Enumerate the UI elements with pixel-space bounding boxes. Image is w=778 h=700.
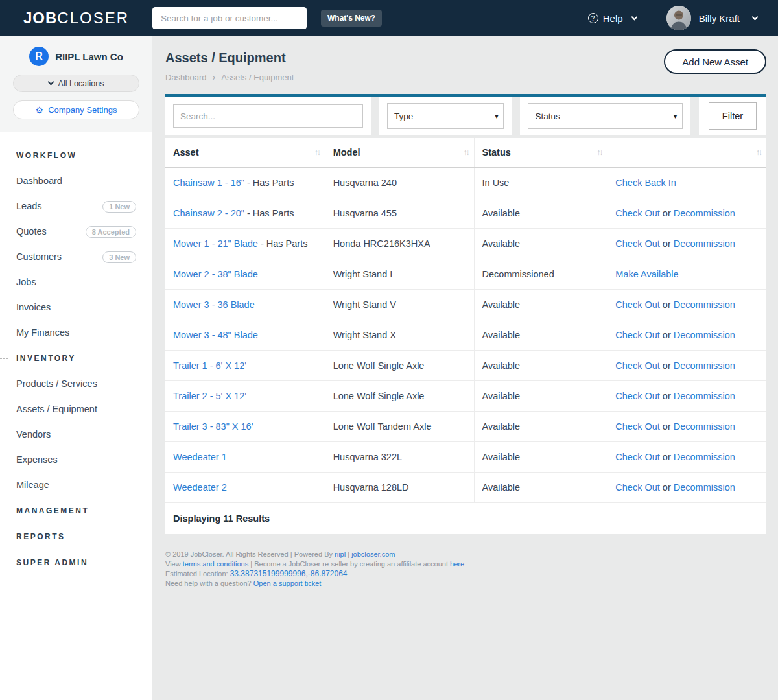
action-secondary-link[interactable]: Decommission	[674, 330, 735, 340]
breadcrumb-dashboard-link[interactable]: Dashboard	[165, 73, 207, 82]
company-logo: R	[29, 47, 49, 66]
action-secondary-link[interactable]: Decommission	[674, 421, 735, 432]
sidebar-item-label: Invoices	[16, 302, 51, 312]
action-primary-link[interactable]: Check Out	[615, 360, 660, 371]
asset-link[interactable]: Mower 2 - 38" Blade	[173, 269, 258, 279]
sidebar-item-invoices[interactable]: Invoices	[0, 295, 152, 320]
action-secondary-link[interactable]: Decommission	[674, 482, 735, 493]
sidebar-item-dashboard[interactable]: Dashboard	[0, 169, 152, 194]
asset-link[interactable]: Weedeater 1	[173, 452, 227, 462]
asset-cell: Weedeater 1	[165, 442, 325, 472]
sidebar-item-label: Expenses	[16, 454, 58, 465]
sidebar-nav: WORKFLOW Dashboard Leads 1 New Quotes 8 …	[0, 132, 152, 576]
table-row: Trailer 2 - 5' X 12' Lone Wolf Single Ax…	[165, 381, 766, 412]
action-primary-link[interactable]: Check Out	[615, 330, 660, 340]
action-primary-link[interactable]: Check Out	[615, 299, 660, 310]
results-count: Displaying 11 Results	[165, 503, 766, 534]
asset-link[interactable]: Weedeater 2	[173, 482, 227, 493]
whats-new-button[interactable]: What's New?	[321, 10, 382, 27]
sort-icon[interactable]: ↑↓	[756, 148, 761, 157]
action-secondary-link[interactable]: Decommission	[674, 239, 735, 249]
status-select[interactable]: Status	[528, 103, 683, 129]
sidebar-item-quotes[interactable]: Quotes 8 Accepted	[0, 219, 152, 244]
sidebar-item-expenses[interactable]: Expenses	[0, 447, 152, 472]
action-secondary-link[interactable]: Decommission	[674, 391, 735, 401]
terms-link[interactable]: terms and conditions	[183, 560, 249, 568]
riipl-link[interactable]: riipl	[335, 550, 346, 558]
sidebar-item-vendors[interactable]: Vendors	[0, 422, 152, 447]
footer-text: | Become a JobCloser re-seller by creati…	[248, 560, 450, 568]
company-header: R RIIPL Lawn Co All Locations ⚙ Company …	[0, 36, 152, 132]
sidebar-item-leads[interactable]: Leads 1 New	[0, 194, 152, 219]
sidebar-item-customers[interactable]: Customers 3 New	[0, 244, 152, 270]
sidebar-item-products-services[interactable]: Products / Services	[0, 371, 152, 397]
filter-button[interactable]: Filter	[709, 102, 757, 130]
logo-text-bold: JOB	[23, 9, 57, 27]
type-select[interactable]: Type	[387, 103, 504, 129]
action-secondary-link[interactable]: Decommission	[674, 452, 735, 462]
action-secondary-link[interactable]: Decommission	[674, 299, 735, 310]
asset-link[interactable]: Mower 3 - 48" Blade	[173, 330, 258, 340]
user-avatar	[666, 6, 691, 30]
asset-link[interactable]: Mower 1 - 21" Blade	[173, 239, 258, 249]
global-search-input[interactable]	[152, 7, 307, 29]
sidebar-item-jobs[interactable]: Jobs	[0, 270, 152, 295]
asset-cell: Weedeater 2	[165, 472, 325, 502]
action-primary-link[interactable]: Check Out	[615, 421, 660, 432]
asset-link[interactable]: Chainsaw 2 - 20"	[173, 208, 244, 218]
jobcloser-link[interactable]: jobcloser.com	[351, 550, 395, 558]
asset-search-input[interactable]	[173, 104, 363, 128]
action-primary-link[interactable]: Check Out	[615, 239, 660, 249]
action-primary-link[interactable]: Make Available	[615, 269, 678, 279]
asset-link[interactable]: Trailer 1 - 6' X 12'	[173, 360, 246, 371]
action-secondary-link[interactable]: Decommission	[674, 360, 735, 371]
logo-text-light: CLOSER	[57, 9, 129, 27]
action-primary-link[interactable]: Check Out	[615, 482, 660, 493]
action-separator: or	[660, 299, 674, 310]
action-secondary-link[interactable]: Decommission	[674, 208, 735, 218]
footer-line-support: Need help with a question? Open a suppor…	[165, 579, 766, 589]
column-header-actions: ↑↓	[607, 138, 766, 167]
status-cell: Available	[474, 412, 607, 441]
table-row: Mower 3 - 48" Blade Wright Stand X Avail…	[165, 320, 766, 351]
asset-link[interactable]: Mower 3 - 36 Blade	[173, 299, 255, 310]
sidebar-item-label: Jobs	[16, 277, 36, 287]
nav-section-super-admin[interactable]: SUPER ADMIN	[0, 550, 152, 576]
actions-cell: Check Out or Decommission	[607, 442, 766, 472]
add-new-asset-button[interactable]: Add New Asset	[664, 49, 766, 74]
action-primary-link[interactable]: Check Out	[615, 452, 660, 462]
breadcrumb-separator-icon: ›	[213, 72, 216, 82]
asset-link[interactable]: Trailer 3 - 83" X 16'	[173, 421, 253, 432]
asset-cell: Trailer 3 - 83" X 16'	[165, 412, 325, 441]
help-menu[interactable]: ? Help	[588, 13, 637, 24]
column-label: Model	[333, 147, 360, 158]
support-ticket-link[interactable]: Open a support ticket	[253, 579, 322, 587]
nav-section-management[interactable]: MANAGEMENT	[0, 498, 152, 524]
app-window: JOBCLOSER What's New? ? Help B	[0, 0, 778, 700]
asset-link[interactable]: Trailer 2 - 5' X 12'	[173, 391, 246, 401]
actions-cell: Check Out or Decommission	[607, 198, 766, 228]
sidebar-item-mileage[interactable]: Mileage	[0, 472, 152, 498]
nav-section-reports[interactable]: REPORTS	[0, 524, 152, 550]
action-primary-link[interactable]: Check Out	[615, 391, 660, 401]
leads-badge: 1 New	[102, 201, 136, 213]
sidebar-item-my-finances[interactable]: My Finances	[0, 320, 152, 345]
location-coordinates-link[interactable]: 33.387315199999996,-86.872064	[230, 569, 348, 578]
action-primary-link[interactable]: Check Out	[615, 208, 660, 218]
asset-link[interactable]: Chainsaw 1 - 16"	[173, 178, 244, 188]
sidebar-item-label: Leads	[16, 201, 42, 211]
locations-dropdown[interactable]: All Locations	[13, 75, 139, 92]
asset-cell: Chainsaw 1 - 16" - Has Parts	[165, 168, 325, 198]
action-primary-link[interactable]: Check Back In	[615, 178, 676, 188]
user-name: Billy Kraft	[699, 13, 740, 24]
sort-icon[interactable]: ↑↓	[596, 148, 602, 157]
affiliate-link[interactable]: here	[450, 560, 464, 568]
sidebar-item-assets-equipment[interactable]: Assets / Equipment	[0, 397, 152, 422]
table-row: Mower 2 - 38" Blade Wright Stand I Decom…	[165, 259, 766, 290]
model-cell: Husqvarna 240	[325, 168, 474, 198]
user-menu[interactable]: Billy Kraft	[666, 6, 757, 30]
sort-icon[interactable]: ↑↓	[314, 148, 320, 157]
sort-icon[interactable]: ↑↓	[464, 148, 469, 157]
model-cell: Wright Stand V	[325, 290, 474, 320]
company-settings-button[interactable]: ⚙ Company Settings	[13, 100, 139, 119]
